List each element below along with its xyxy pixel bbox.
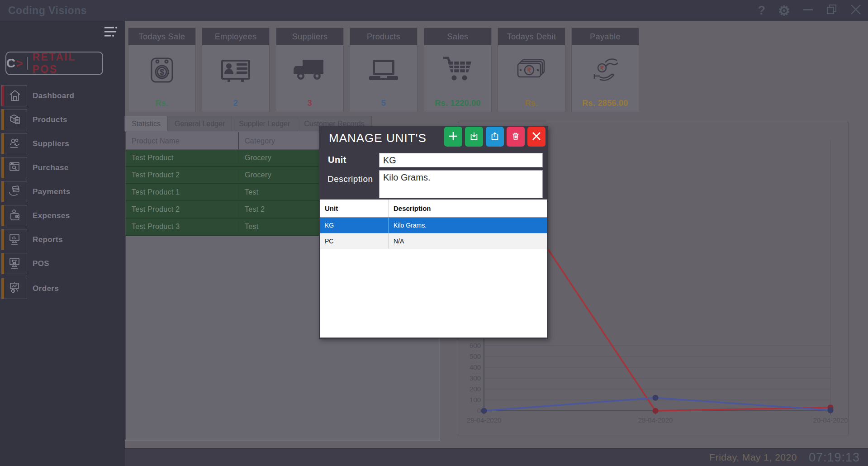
menu-toggle-icon[interactable] (103, 24, 119, 41)
svg-text:28-04-2020: 28-04-2020 (638, 416, 673, 424)
card-value: Rs. (128, 99, 195, 108)
dialog-title: MANAGE UNIT'S (329, 131, 427, 145)
svg-text:$: $ (160, 68, 164, 76)
svg-text:500: 500 (470, 352, 481, 360)
column-header[interactable]: Product Name (126, 132, 239, 149)
card-title: Payable (572, 28, 639, 45)
tab-general-ledger[interactable]: General Ledger (168, 116, 232, 131)
save-unit-button[interactable] (465, 127, 483, 147)
close-dialog-button[interactable] (527, 127, 545, 147)
card-value: 5 (350, 99, 417, 108)
unit-row-pc[interactable]: PC N/A (320, 233, 547, 249)
id-card-icon (202, 50, 269, 90)
sidebar-item-orders[interactable]: Orders (0, 278, 125, 299)
sidebar-item-pos[interactable]: POS (0, 253, 125, 274)
card-todays-debit: Todays Debit ₹ Rs. (498, 28, 565, 112)
payments-icon (9, 185, 21, 200)
card-value: Rs. 2856.00 (572, 99, 639, 108)
card-sales: Sales Rs. 1220.00 (424, 28, 492, 112)
sidebar-item-suppliers[interactable]: Suppliers (0, 133, 125, 154)
svg-text:200: 200 (470, 385, 481, 393)
logo-text: RETAIL POS (32, 51, 102, 76)
home-icon (9, 89, 21, 104)
logo-arrow: > (16, 57, 23, 71)
truck-icon (276, 50, 343, 90)
column-header[interactable]: Unit (320, 200, 389, 217)
trash-icon (511, 131, 521, 143)
unit-input[interactable] (379, 153, 543, 167)
card-title: Todays Debit (498, 28, 565, 45)
wallet-icon (9, 209, 21, 224)
unit-field-label: Unit (328, 155, 346, 165)
help-icon[interactable]: ? (758, 4, 766, 18)
calendar-dollar-icon: $ (128, 50, 195, 90)
add-unit-button[interactable] (444, 127, 462, 147)
card-title: Products (350, 28, 417, 45)
card-value: Rs. (498, 99, 565, 108)
svg-text:29-04-2020: 29-04-2020 (467, 416, 502, 424)
minimize-icon[interactable] (803, 4, 814, 17)
tab-supplier-ledger[interactable]: Supplier Ledger (232, 116, 297, 131)
unit-row-kg[interactable]: KG Kilo Grams. (320, 218, 547, 233)
cart-icon (424, 50, 491, 90)
report-monitor-icon (9, 233, 21, 248)
pos-monitor-icon (9, 257, 21, 272)
logo-c: C (6, 56, 15, 71)
sidebar-item-reports[interactable]: Reports (0, 229, 125, 250)
sidebar-item-purchase[interactable]: Purchase (0, 157, 125, 178)
svg-text:300: 300 (470, 374, 481, 382)
settings-gear-icon[interactable]: ⚙ (778, 3, 790, 19)
tab-statistics[interactable]: Statistics (124, 116, 168, 131)
card-products: Products 5 (350, 28, 417, 112)
laptop-icon (350, 50, 417, 90)
card-employees: Employees 2 (202, 28, 270, 112)
units-table-header: Unit Description (320, 200, 547, 218)
svg-text:20-04-2020: 20-04-2020 (813, 416, 848, 424)
logo-divider (27, 57, 28, 70)
sidebar: C > RETAIL POS Dashboard Products Suppli… (0, 21, 125, 466)
svg-text:₹: ₹ (600, 65, 604, 71)
close-icon[interactable] (850, 4, 862, 17)
purchase-icon (9, 161, 21, 176)
export-unit-button[interactable] (486, 127, 504, 147)
status-bar: Friday, May 1, 2020 07:19:13 (125, 448, 868, 466)
export-up-icon (490, 131, 500, 143)
maximize-icon[interactable] (826, 4, 837, 17)
delete-unit-button[interactable] (507, 127, 525, 147)
card-title: Sales (424, 28, 491, 45)
sidebar-item-products[interactable]: Products (0, 109, 125, 130)
app-logo: C > RETAIL POS (5, 52, 103, 75)
card-title: Employees (202, 28, 269, 45)
status-bar-left (0, 448, 125, 466)
card-value: Rs. 1220.00 (424, 99, 491, 108)
card-todays-sale: Todays Sale $ Rs. (128, 28, 196, 112)
card-title: Suppliers (276, 28, 343, 45)
card-suppliers: Suppliers 3 (276, 28, 344, 112)
suppliers-icon (9, 137, 21, 152)
description-field-label: Description (327, 174, 373, 184)
close-x-icon (531, 131, 541, 143)
plus-icon (448, 131, 458, 143)
hand-coin-icon: ₹ (572, 50, 639, 90)
app-title: Coding Visions (8, 0, 87, 21)
column-header[interactable]: Description (389, 200, 547, 217)
banknotes-icon: ₹ (498, 50, 565, 90)
product-box-icon (9, 113, 21, 128)
status-date: Friday, May 1, 2020 (709, 452, 797, 463)
svg-text:₹: ₹ (527, 67, 531, 74)
sidebar-item-dashboard[interactable]: Dashboard (0, 85, 125, 106)
sidebar-item-expenses[interactable]: Expenses (0, 205, 125, 226)
units-table: Unit Description KG Kilo Grams. PC N/A (320, 199, 547, 338)
description-input[interactable]: Kilo Grams. (379, 170, 543, 198)
card-title: Todays Sale (128, 28, 195, 45)
card-value: 2 (202, 99, 269, 108)
manage-units-dialog: MANAGE UNIT'S Unit Description Kilo Gram… (319, 126, 548, 339)
card-value: 3 (276, 99, 343, 108)
svg-text:0: 0 (477, 407, 481, 414)
svg-text:600: 600 (470, 342, 481, 349)
orders-board-icon (9, 281, 21, 297)
import-down-icon (469, 131, 479, 143)
svg-text:400: 400 (470, 363, 481, 371)
sidebar-item-payments[interactable]: Payments (0, 181, 125, 202)
status-time: 07:19:13 (809, 451, 860, 465)
